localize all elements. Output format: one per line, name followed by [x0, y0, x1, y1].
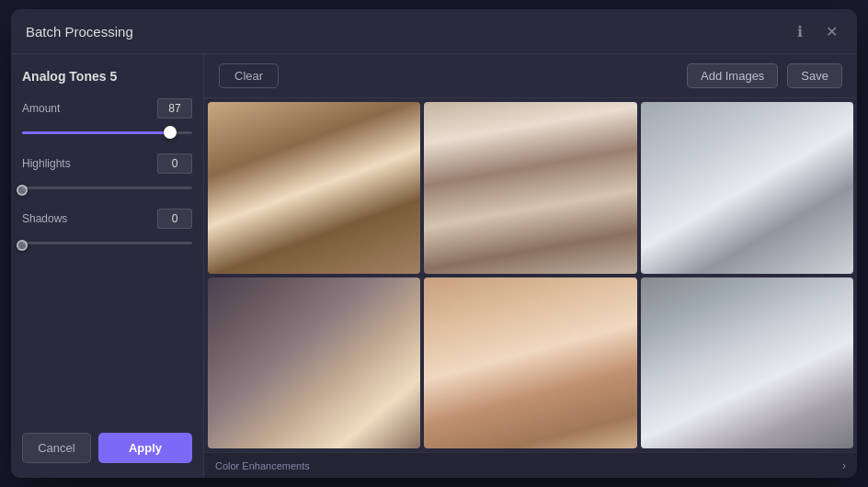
image-cell-5[interactable]	[424, 277, 636, 449]
image-cell-2[interactable]	[424, 102, 636, 274]
shadows-track	[22, 242, 192, 244]
shadows-thumb[interactable]	[17, 240, 28, 251]
image-cell-6[interactable]	[641, 277, 853, 449]
toolbar: Clear Add Images Save	[204, 54, 857, 98]
image-cell-4[interactable]	[208, 277, 420, 449]
highlights-group: Highlights 0	[22, 153, 192, 196]
amount-fill	[22, 131, 170, 134]
shadows-label-row: Shadows 0	[22, 209, 192, 229]
image-grid	[204, 98, 857, 452]
amount-label-row: Amount 87	[22, 98, 192, 119]
amount-group: Amount 87	[22, 98, 192, 141]
close-button[interactable]: ✕	[820, 20, 842, 42]
highlights-slider[interactable]	[22, 179, 192, 196]
clear-button[interactable]: Clear	[219, 63, 279, 88]
shadows-value[interactable]: 0	[157, 209, 192, 229]
apply-button[interactable]: Apply	[98, 433, 192, 463]
amount-track	[22, 131, 192, 134]
highlights-value[interactable]: 0	[157, 153, 192, 174]
image-cell-3[interactable]	[641, 102, 853, 274]
amount-value[interactable]: 87	[157, 98, 192, 119]
chevron-right-icon: ›	[842, 459, 846, 472]
highlights-label: Highlights	[22, 157, 71, 170]
amount-label: Amount	[22, 102, 60, 115]
highlights-thumb[interactable]	[17, 185, 28, 196]
save-button[interactable]: Save	[787, 63, 842, 88]
highlights-label-row: Highlights 0	[22, 153, 192, 174]
add-images-button[interactable]: Add Images	[687, 63, 778, 88]
highlights-track	[22, 187, 192, 189]
header-icons: ℹ ✕	[789, 20, 842, 42]
shadows-group: Shadows 0	[22, 209, 192, 251]
shadows-label: Shadows	[22, 212, 67, 225]
modal-body: Analog Tones 5 Amount 87 Highlights	[11, 54, 857, 478]
bottom-label: Color Enhancements	[215, 460, 310, 471]
close-icon: ✕	[826, 23, 838, 40]
batch-processing-modal: Batch Processing ℹ ✕ Analog Tones 5 Amou…	[11, 9, 857, 478]
sidebar-actions: Cancel Apply	[22, 422, 192, 463]
preset-name: Analog Tones 5	[22, 69, 192, 84]
modal-title: Batch Processing	[26, 24, 133, 40]
sidebar: Analog Tones 5 Amount 87 Highlights	[11, 54, 204, 478]
amount-thumb[interactable]	[164, 126, 177, 139]
modal-header: Batch Processing ℹ ✕	[11, 9, 857, 54]
info-button[interactable]: ℹ	[789, 20, 811, 42]
bottom-bar: Color Enhancements ›	[204, 452, 857, 478]
cancel-button[interactable]: Cancel	[22, 433, 91, 463]
info-icon: ℹ	[797, 23, 803, 40]
main-content: Clear Add Images Save Color Enhancements…	[204, 54, 857, 478]
amount-slider[interactable]	[22, 124, 192, 141]
shadows-slider[interactable]	[22, 234, 192, 251]
image-cell-1[interactable]	[208, 102, 420, 274]
